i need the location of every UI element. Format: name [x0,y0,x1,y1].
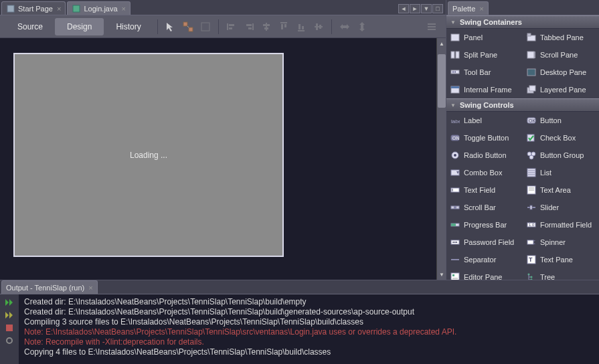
palette-item[interactable]: Separator [446,251,523,268]
form-preview[interactable]: Loading ... [13,53,284,257]
palette-item-label: Button [540,116,562,124]
palette-item[interactable]: Check Box [523,129,599,147]
rerun-button[interactable] [4,297,15,308]
view-source-button[interactable]: Source [5,18,55,35]
svg-rect-27 [451,34,459,41]
palette-item[interactable]: Tool Bar [446,64,523,81]
palette-item[interactable]: Button Group [523,147,599,164]
svg-rect-1 [73,5,80,12]
palette-item[interactable]: Panel [446,29,523,46]
scroll-up-icon[interactable]: ▲ [438,39,446,48]
tab-list-button[interactable]: ▼ [421,4,432,13]
close-icon[interactable]: × [57,5,61,13]
connection-mode-icon[interactable] [182,21,194,33]
palette-title: Palette [452,5,475,13]
tab-next-button[interactable]: ► [410,4,420,13]
tab-login-java[interactable]: Login.java × [67,1,131,15]
align-top-icon [278,21,290,33]
palette-item[interactable]: Scroll Pane [523,46,599,64]
output-line: Compiling 3 source files to E:\Instalado… [24,317,594,327]
palette-item[interactable]: OKButton [523,112,599,129]
svg-rect-10 [246,24,252,26]
desktop-icon [527,68,536,77]
close-icon[interactable]: × [479,5,483,13]
palette-item[interactable]: 1.0Formatted Field [523,216,599,234]
palette-category-header[interactable]: ▼Swing Controls [446,98,599,112]
palette-item[interactable]: Split Pane [446,46,523,64]
maximize-button[interactable]: □ [432,4,443,13]
toolbar-menu-icon[interactable] [426,21,438,33]
output-line: Copying 4 files to E:\Instalados\NeatBea… [24,347,594,357]
view-history-button[interactable]: History [104,18,153,35]
formatted-icon: 1.0 [527,220,536,230]
palette-item-label: Check Box [540,134,576,142]
tab-start-page[interactable]: Start Page × [1,1,66,15]
palette-item[interactable]: List [523,164,599,181]
scroll-down-icon[interactable]: ▼ [438,270,446,278]
view-design-button[interactable]: Design [55,18,104,35]
chevron-down-icon: ▼ [450,102,456,108]
palette-item-label: Spinner [540,238,566,246]
close-icon[interactable]: × [88,284,92,292]
selection-mode-icon[interactable] [165,21,177,33]
palette-item[interactable]: Text Field [446,181,523,199]
palette-tab[interactable]: Palette × [448,1,489,15]
close-icon[interactable]: × [122,5,126,13]
palette-item[interactable]: Combo Box [446,164,523,181]
output-tab[interactable]: Output - TenniSlap (run) × [1,280,98,294]
palette-item[interactable]: Desktop Pane [523,64,599,81]
editor-icon [450,272,460,280]
svg-rect-7 [229,24,234,26]
output-text[interactable]: Created dir: E:\Instalados\NeatBeans\Pro… [19,294,599,364]
svg-rect-22 [316,23,318,30]
output-gutter [0,294,19,364]
category-label: Swing Controls [460,101,514,109]
scrollbar-icon [450,203,460,212]
vertical-scrollbar[interactable]: ▲ ▼ [436,38,446,280]
palette-category-header[interactable]: ▼Swing Containers [446,15,599,29]
palette-item[interactable]: Layered Pane [523,81,599,98]
svg-rect-2 [183,22,187,26]
palette-item-label: Toggle Button [464,134,509,142]
align-left-icon [226,21,238,33]
svg-rect-8 [229,27,232,29]
svg-rect-25 [428,26,436,27]
preview-design-icon[interactable] [199,21,211,33]
palette-item[interactable]: labelLabel [446,112,523,129]
settings-icon[interactable] [4,335,15,346]
svg-rect-17 [284,24,286,27]
output-line: Note: Recompile with -Xlint:deprecation … [24,337,594,347]
palette-item[interactable]: •••Password Field [446,234,523,251]
palette-item[interactable]: Text Area [523,181,599,199]
palette-item-label: List [540,169,551,177]
palette-item[interactable]: Tree [523,268,599,280]
svg-rect-66 [530,205,532,209]
scroll-thumb[interactable] [438,54,446,108]
palette-item[interactable]: Editor Pane [446,268,523,280]
palette-item-label: Scroll Pane [540,51,578,59]
palette-item[interactable]: Internal Frame [446,81,523,98]
svg-rect-36 [454,71,456,73]
palette-item[interactable]: Radio Button [446,147,523,164]
palette-item[interactable]: ONToggle Button [446,129,523,147]
palette-item-label: Tabbed Pane [540,33,584,41]
tab-prev-button[interactable]: ◄ [398,4,409,13]
palette-item[interactable]: Spinner [523,234,599,251]
stop-button[interactable] [4,323,15,333]
palette-item-label: Panel [464,33,483,41]
palette-item-label: Label [464,116,482,124]
output-line: Created dir: E:\Instalados\NeatBeans\Pro… [24,307,594,317]
palette-item-label: Text Area [540,186,571,194]
align-center-v-icon [313,21,325,33]
svg-rect-11 [248,27,252,29]
svg-rect-9 [252,23,254,30]
rerun-all-button[interactable] [4,310,15,321]
palette-item[interactable]: Slider [523,199,599,216]
svg-rect-29 [527,33,531,36]
palette-item[interactable]: Progress Bar [446,216,523,234]
palette-item-label: Scroll Bar [464,203,496,211]
palette-item[interactable]: Scroll Bar [446,199,523,216]
output-line: Created dir: E:\Instalados\NeatBeans\Pro… [24,297,594,307]
palette-item[interactable]: TText Pane [523,251,599,268]
palette-item[interactable]: Tabbed Pane [523,29,599,46]
